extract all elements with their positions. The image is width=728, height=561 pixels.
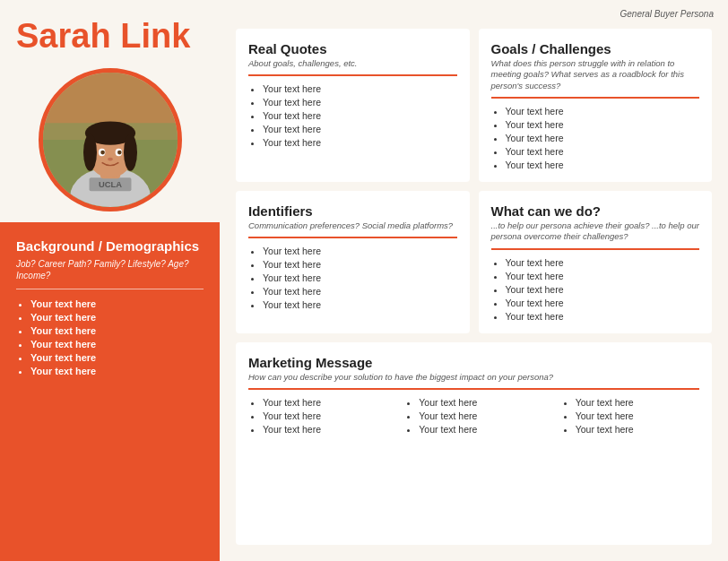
identifiers-divider: [248, 237, 457, 238]
what-can-we-do-card: What can we do? ...to help our persona a…: [479, 191, 713, 333]
list-item: Your text here: [263, 137, 457, 148]
sidebar: Sarah Link UCLA: [0, 0, 220, 561]
goals-subtitle: What does this person struggle with in r…: [491, 58, 700, 91]
general-label: General Buyer Persona: [620, 9, 714, 19]
identifiers-list: Your text here Your text here Your text …: [248, 246, 457, 310]
list-item: Your text here: [263, 83, 457, 94]
sidebar-divider: [16, 289, 204, 289]
list-item: Your text here: [30, 366, 204, 376]
list-item: Your text here: [263, 286, 457, 297]
list-item: Your text here: [506, 160, 700, 170]
list-item: Your text here: [263, 246, 457, 256]
list-item: Your text here: [506, 133, 700, 143]
svg-text:UCLA: UCLA: [99, 180, 122, 189]
list-item: Your text here: [263, 124, 457, 134]
what-list: Your text here Your text here Your text …: [491, 257, 700, 322]
list-item: Your text here: [30, 312, 204, 323]
avatar: UCLA: [39, 68, 182, 211]
list-item: Your text here: [263, 110, 457, 121]
marketing-message-card: Marketing Message How can you describe y…: [236, 342, 712, 545]
list-item: Your text here: [30, 325, 204, 336]
list-item: Your text here: [576, 424, 699, 435]
list-item: Your text here: [263, 299, 457, 310]
marketing-divider: [248, 388, 699, 390]
list-item: Your text here: [506, 284, 700, 295]
list-item: Your text here: [506, 298, 700, 308]
persona-name: Sarah Link: [16, 18, 204, 56]
list-item: Your text here: [30, 339, 204, 350]
list-item: Your text here: [30, 352, 204, 363]
main-content: Real Quotes About goals, challenges, etc…: [220, 0, 728, 561]
identifiers-title: Identifiers: [248, 203, 457, 219]
list-item: Your text here: [419, 397, 542, 408]
real-quotes-card: Real Quotes About goals, challenges, etc…: [236, 29, 470, 182]
what-subtitle: ...to help our persona achieve their goa…: [491, 220, 700, 243]
background-list: Your text here Your text here Your text …: [16, 298, 204, 376]
marketing-lists: Your text here Your text here Your text …: [248, 397, 699, 437]
list-item: Your text here: [30, 298, 204, 309]
real-quotes-title: Real Quotes: [248, 41, 457, 56]
list-item: Your text here: [263, 410, 386, 421]
list-item: Your text here: [263, 397, 386, 408]
svg-point-13: [100, 151, 105, 155]
real-quotes-divider: [248, 74, 457, 76]
list-item: Your text here: [419, 410, 542, 421]
list-item: Your text here: [506, 257, 700, 268]
goals-title: Goals / Challenges: [491, 41, 700, 56]
goals-list: Your text here Your text here Your text …: [491, 106, 700, 170]
goals-divider: [491, 97, 700, 99]
marketing-col3: Your text here Your text here Your text …: [561, 397, 699, 437]
background-subtitle: Job? Career Path? Family? Lifestyle? Age…: [16, 258, 204, 281]
sidebar-background-section: Background / Demographics Job? Career Pa…: [0, 222, 220, 561]
list-item: Your text here: [576, 410, 699, 421]
list-item: Your text here: [506, 271, 700, 281]
real-quotes-subtitle: About goals, challenges, etc.: [248, 58, 457, 69]
list-item: Your text here: [506, 311, 700, 322]
list-item: Your text here: [576, 397, 699, 408]
list-item: Your text here: [263, 272, 457, 283]
svg-point-15: [108, 157, 113, 160]
real-quotes-list: Your text here Your text here Your text …: [248, 83, 457, 148]
marketing-col1: Your text here Your text here Your text …: [248, 397, 386, 437]
goals-challenges-card: Goals / Challenges What does this person…: [479, 29, 713, 182]
middle-row: Identifiers Communication preferences? S…: [236, 191, 712, 333]
background-title: Background / Demographics: [16, 238, 204, 255]
identifiers-subtitle: Communication preferences? Social media …: [248, 220, 457, 231]
page-wrapper: General Buyer Persona Sarah Link UCLA: [0, 0, 728, 561]
identifiers-card: Identifiers Communication preferences? S…: [236, 191, 470, 333]
what-divider: [491, 248, 700, 250]
list-item: Your text here: [419, 424, 542, 435]
list-item: Your text here: [506, 119, 700, 130]
svg-point-10: [124, 134, 137, 170]
svg-point-9: [83, 134, 97, 170]
list-item: Your text here: [506, 106, 700, 117]
top-row: Real Quotes About goals, challenges, etc…: [236, 29, 712, 182]
list-item: Your text here: [263, 424, 386, 435]
marketing-title: Marketing Message: [248, 355, 699, 370]
list-item: Your text here: [263, 97, 457, 108]
list-item: Your text here: [263, 259, 457, 270]
list-item: Your text here: [506, 146, 700, 157]
svg-point-14: [117, 151, 121, 155]
marketing-subtitle: How can you describe your solution to ha…: [248, 372, 699, 383]
what-title: What can we do?: [491, 203, 700, 219]
marketing-col2: Your text here Your text here Your text …: [404, 397, 542, 437]
